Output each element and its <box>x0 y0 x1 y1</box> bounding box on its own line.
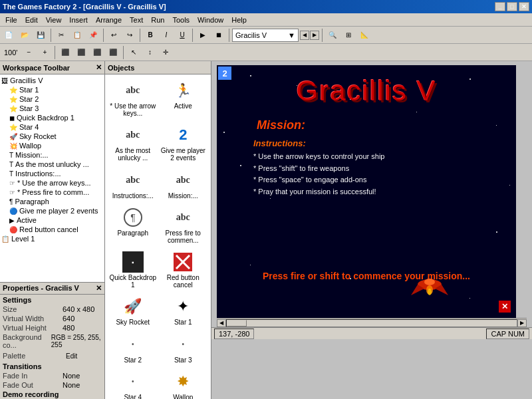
redo-button[interactable]: ↪ <box>122 28 137 43</box>
tree-icon-active: ▶ <box>9 217 15 224</box>
star-bg <box>223 132 225 133</box>
tree-item-level1[interactable]: 📋 Level 1 <box>1 234 103 243</box>
menu-bar: File Edit View Insert Arrange Text Run T… <box>0 13 532 27</box>
zoom-button[interactable]: 🔍 <box>325 28 340 43</box>
next-scene-button[interactable]: ▶ <box>310 31 319 40</box>
menu-tools[interactable]: Tools <box>168 15 194 25</box>
tree-icon-redbutton: 🔴 <box>9 226 17 233</box>
scroll-left-button[interactable]: ◀ <box>217 319 226 327</box>
horizontal-scrollbar[interactable]: ◀ ▶ <box>217 318 527 327</box>
zoom-in-button[interactable]: + <box>37 45 52 60</box>
workspace-toolbar-close[interactable]: ✕ <box>96 63 102 72</box>
obj-mission[interactable]: abc Mission:... <box>158 167 209 204</box>
obj-instructions[interactable]: abc Instructions:... <box>108 167 158 204</box>
scroll-right-button[interactable]: ▶ <box>517 319 527 327</box>
align-left-button[interactable]: ⬛ <box>58 45 72 60</box>
align-bottom-button[interactable]: ⬛ <box>106 45 120 60</box>
edit-palette-button[interactable]: Edit <box>63 350 80 361</box>
menu-insert[interactable]: Insert <box>65 15 92 25</box>
tree-item-paragraph[interactable]: ¶ Paragraph <box>9 197 103 206</box>
arrow-tool[interactable]: ↕ <box>142 45 157 60</box>
obj-active[interactable]: 🏃 Active <box>158 77 209 122</box>
tree-item-usekeys[interactable]: ☞ * Use the arrow keys... <box>9 178 103 188</box>
star-bg <box>469 298 470 299</box>
tree-item-asmost[interactable]: T As the most unlucky ... <box>9 160 103 169</box>
tree-item-skyrocket[interactable]: 🚀 Sky Rocket <box>9 132 103 141</box>
game-title: Gracillis V <box>296 75 436 107</box>
obj-as-most[interactable]: abc As the most unlucky ... <box>108 122 158 166</box>
underline-button[interactable]: U <box>175 28 190 43</box>
tree-item-star3[interactable]: ⭐ Star 3 <box>9 104 103 113</box>
game-close-button[interactable]: ✕ <box>499 301 511 313</box>
menu-window[interactable]: Window <box>194 15 227 25</box>
tree-item-star4[interactable]: ⭐ Star 4 <box>9 122 103 132</box>
tree-item-wallop[interactable]: 💥 Wallop <box>9 141 103 150</box>
obj-icon-abc3: abc <box>122 170 144 191</box>
obj-wallop[interactable]: ✸ Wallop <box>158 368 209 399</box>
cut-button[interactable]: ✂ <box>54 28 68 43</box>
tree-item-pressfire[interactable]: ☞ * Press fire to comm... <box>9 188 103 197</box>
menu-arrange[interactable]: Arrange <box>92 15 126 25</box>
tree-item-player2[interactable]: 🔵 Give me player 2 events <box>9 206 103 215</box>
props-vheight-row: Virtual Height 480 <box>3 324 102 332</box>
props-palette-row: Palette Edit <box>3 350 102 361</box>
tree-item-instructions[interactable]: T Instructions:... <box>9 169 103 178</box>
obj-star3[interactable]: • Star 3 <box>158 331 209 368</box>
close-button[interactable]: ✕ <box>519 2 529 11</box>
obj-icon-player2: 2 <box>172 124 194 146</box>
scrollbar-track[interactable] <box>226 319 517 327</box>
play-button[interactable]: ▶ <box>196 28 210 43</box>
scrollbar-thumb[interactable] <box>227 320 247 327</box>
menu-view[interactable]: View <box>42 15 66 25</box>
tree-item-star2[interactable]: ⭐ Star 2 <box>9 94 103 104</box>
copy-button[interactable]: 📋 <box>70 28 84 43</box>
snap-button[interactable]: 📐 <box>357 28 372 43</box>
cursor-tool[interactable]: ↖ <box>126 45 141 60</box>
menu-run[interactable]: Run <box>147 15 168 25</box>
tree-item-redbutton[interactable]: 🔴 Red button cancel <box>9 225 103 234</box>
obj-use-arrow-keys[interactable]: abc * Use the arrow keys... <box>108 77 158 122</box>
undo-button[interactable]: ↩ <box>106 28 121 43</box>
menu-help[interactable]: Help <box>227 15 251 25</box>
obj-player2[interactable]: 2 Give me player 2 events <box>158 122 209 166</box>
tree-panel[interactable]: 🖼 Gracillis V ⭐ Star 1 ⭐ Star 2 ⭐ Star 3… <box>0 74 104 282</box>
menu-text[interactable]: Text <box>126 15 147 25</box>
tree-item-gracillis[interactable]: 🖼 Gracillis V <box>1 76 103 85</box>
obj-pressfire[interactable]: abc Press fire to commen... <box>158 204 209 249</box>
obj-star4[interactable]: • Star 4 <box>108 368 158 399</box>
instructions-box: Instructions: * Use the arrow keys to co… <box>253 138 506 198</box>
instructions-text: * Use the arrow keys to control your shi… <box>253 151 506 198</box>
toolbar-sep-1 <box>51 29 51 42</box>
props-size-row: Size 640 x 480 <box>3 305 102 313</box>
obj-paragraph[interactable]: ¶ Paragraph <box>108 204 158 249</box>
scene-dropdown[interactable]: Gracilis V ▼ <box>232 29 299 42</box>
minimize-button[interactable]: _ <box>495 2 505 11</box>
new-button[interactable]: 📄 <box>1 28 16 43</box>
align-top-button[interactable]: ⬛ <box>90 45 104 60</box>
zoom-out-button[interactable]: − <box>21 45 36 60</box>
italic-button[interactable]: I <box>159 28 174 43</box>
props-close[interactable]: ✕ <box>96 284 102 293</box>
open-button[interactable]: 📂 <box>17 28 32 43</box>
move-tool[interactable]: ✛ <box>158 45 173 60</box>
tree-item-quickbackdrop[interactable]: ◼ Quick Backdrop 1 <box>9 113 103 122</box>
bold-button[interactable]: B <box>143 28 158 43</box>
tree-item-active[interactable]: ▶ Active <box>9 215 103 225</box>
prev-scene-button[interactable]: ◀ <box>300 31 309 40</box>
tree-item-mission[interactable]: T Mission:... <box>9 150 103 160</box>
menu-file[interactable]: File <box>1 15 21 25</box>
obj-redbutton[interactable]: Red button cancel <box>158 249 209 293</box>
align-right-button[interactable]: ⬛ <box>74 45 88 60</box>
paste-button[interactable]: 📌 <box>86 28 100 43</box>
toolbar-sep-6 <box>322 29 323 42</box>
obj-star1[interactable]: ✦ Star 1 <box>158 293 209 331</box>
grid-button[interactable]: ⊞ <box>341 28 356 43</box>
save-button[interactable]: 💾 <box>33 28 48 43</box>
obj-skyrocket[interactable]: 🚀 Sky Rocket <box>108 293 158 331</box>
maximize-button[interactable]: □ <box>507 2 517 11</box>
stop-button[interactable]: ⏹ <box>211 28 226 43</box>
obj-star2[interactable]: • Star 2 <box>108 331 158 368</box>
tree-item-star1[interactable]: ⭐ Star 1 <box>9 85 103 94</box>
obj-quickbackdrop[interactable]: ▪ Quick Backdrop 1 <box>108 249 158 293</box>
menu-edit[interactable]: Edit <box>21 15 42 25</box>
